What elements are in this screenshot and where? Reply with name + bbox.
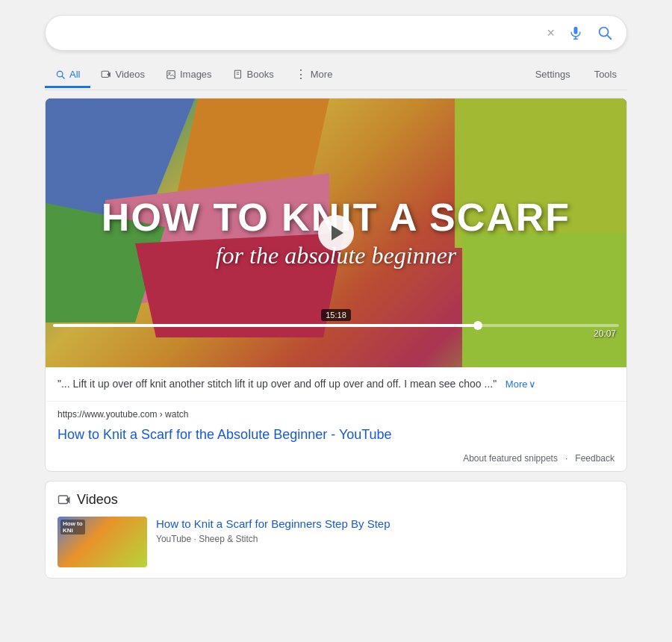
images-tab-icon bbox=[166, 69, 176, 80]
about-snippets-link[interactable]: About featured snippets bbox=[463, 453, 558, 464]
tab-videos-label: Videos bbox=[115, 69, 145, 80]
total-time: 20:07 bbox=[594, 328, 616, 339]
source-section: https://www.youtube.com › watch bbox=[46, 402, 626, 424]
more-link[interactable]: More ∨ bbox=[505, 377, 537, 392]
search-icon bbox=[597, 25, 613, 41]
close-icon: × bbox=[547, 26, 555, 40]
video-result-title[interactable]: How to Knit a Scarf for Beginners Step B… bbox=[156, 517, 615, 532]
svg-point-10 bbox=[169, 72, 170, 73]
mic-icon bbox=[568, 25, 583, 40]
tab-videos[interactable]: Videos bbox=[90, 63, 155, 88]
section-header: Videos bbox=[57, 492, 615, 508]
video-result-meta: YouTube · Sheep & Stitch bbox=[156, 534, 615, 544]
feedback-link[interactable]: Feedback bbox=[575, 453, 615, 464]
main-content: HOW TO KNIT A SCARF for the absolute beg… bbox=[45, 98, 627, 579]
video-thumbnail[interactable]: HOW TO KNIT A SCARF for the absolute beg… bbox=[46, 99, 626, 367]
source-url: https://www.youtube.com › watch bbox=[57, 409, 615, 420]
tab-images[interactable]: Images bbox=[155, 63, 223, 88]
books-tab-icon bbox=[233, 69, 243, 80]
video-thumbnail-small[interactable]: How toKNI bbox=[57, 517, 147, 567]
progress-track[interactable] bbox=[53, 324, 619, 327]
progress-bottom-row: 20:07 bbox=[56, 328, 616, 339]
video-result-info: How to Knit a Scarf for Beginners Step B… bbox=[156, 517, 615, 544]
video-section-icon bbox=[57, 493, 71, 507]
tab-settings[interactable]: Settings bbox=[525, 63, 581, 88]
progress-fill bbox=[53, 324, 478, 327]
settings-label: Settings bbox=[535, 69, 570, 80]
tab-images-label: Images bbox=[180, 69, 212, 80]
svg-line-6 bbox=[62, 76, 64, 78]
video-tab-icon bbox=[101, 69, 111, 80]
tab-books[interactable]: Books bbox=[223, 63, 284, 88]
svg-line-4 bbox=[607, 35, 611, 39]
search-button[interactable] bbox=[595, 23, 615, 43]
mic-button[interactable] bbox=[567, 24, 585, 42]
tab-all-label: All bbox=[69, 69, 80, 80]
tab-more[interactable]: ⋮ More bbox=[284, 61, 343, 90]
video-thumb-text: How toKNI bbox=[60, 520, 85, 535]
progress-time-overlay: 15:18 bbox=[46, 309, 626, 322]
tab-more-label: More bbox=[311, 69, 333, 80]
video-result-item: How toKNI How to Knit a Scarf for Beginn… bbox=[57, 517, 615, 567]
videos-section-title: Videos bbox=[77, 492, 118, 508]
more-dots-icon: ⋮ bbox=[295, 67, 307, 81]
search-input[interactable]: how to knit a scarf bbox=[57, 26, 545, 40]
clear-button[interactable]: × bbox=[545, 25, 556, 41]
transcript-snippet: "... Lift it up over off knit another st… bbox=[46, 367, 626, 402]
current-time-badge: 15:18 bbox=[321, 309, 351, 321]
result-title-link[interactable]: How to Knit a Scarf for the Absolute Beg… bbox=[46, 424, 626, 449]
svg-rect-0 bbox=[574, 27, 578, 34]
search-tabs: All Videos Images Books bbox=[45, 61, 627, 90]
featured-snippet-card: HOW TO KNIT A SCARF for the absolute beg… bbox=[45, 98, 627, 472]
progress-dot bbox=[473, 321, 482, 330]
search-bar: how to knit a scarf × bbox=[45, 15, 627, 51]
svg-rect-9 bbox=[167, 70, 175, 78]
more-link-label: More bbox=[505, 377, 528, 392]
footer-separator: · bbox=[565, 453, 567, 464]
tools-label: Tools bbox=[594, 69, 617, 80]
tab-tools[interactable]: Tools bbox=[584, 63, 627, 88]
video-progress-bar: 15:18 20:07 bbox=[46, 309, 626, 339]
tab-books-label: Books bbox=[247, 69, 274, 80]
play-triangle-icon bbox=[332, 225, 343, 240]
transcript-text: "... Lift it up over off knit another st… bbox=[57, 378, 497, 390]
chevron-down-icon: ∨ bbox=[529, 377, 536, 392]
featured-footer: About featured snippets · Feedback bbox=[46, 449, 626, 471]
play-button[interactable] bbox=[318, 215, 354, 251]
search-tab-icon bbox=[55, 69, 66, 80]
tab-all[interactable]: All bbox=[45, 63, 90, 88]
videos-section: Videos How toKNI How to Knit a Scarf for… bbox=[45, 481, 627, 579]
